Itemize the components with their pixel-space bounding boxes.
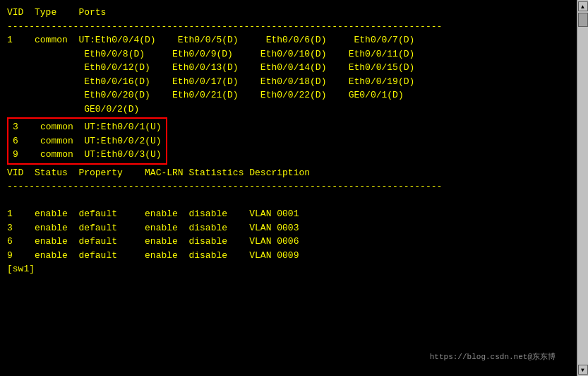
vlan1-row: 1 common UT:Eth0/0/4(D) Eth0/0/5(D) Eth0… (7, 35, 414, 45)
vlan1-ports5: Eth0/0/20(D) Eth0/0/21(D) Eth0/0/22(D) G… (7, 90, 404, 100)
vlan1-ports3: Eth0/0/12(D) Eth0/0/13(D) Eth0/0/14(D) E… (7, 62, 414, 73)
header-separator: ----------------------------------------… (7, 21, 442, 32)
vlan1-ports6: GE0/0/2(D) (7, 104, 139, 114)
status-row-1: 1 enable default enable disable VLAN 000… (7, 208, 299, 219)
status-row-3: 3 enable default enable disable VLAN 000… (7, 223, 299, 233)
terminal-window: VID Type Ports -------------------------… (0, 0, 577, 376)
header-vid-col: VID Type Ports (7, 7, 106, 18)
terminal-output: VID Type Ports -------------------------… (7, 6, 570, 116)
status-separator: ----------------------------------------… (7, 181, 442, 192)
vertical-scrollbar[interactable]: ▲ ▼ (577, 0, 588, 376)
status-header-cols: VID Status Property MAC-LRN Statistics D… (7, 168, 310, 178)
status-row-6: 6 enable default enable disable VLAN 000… (7, 236, 299, 247)
watermark: https://blog.csdn.net@东东博 (430, 351, 556, 362)
prompt-line: [sw1] (7, 264, 35, 274)
status-section: VID Status Property MAC-LRN Statistics D… (7, 166, 570, 276)
highlighted-vlans-box: 3 common UT:Eth0/0/1(U) 6 common UT:Eth0… (7, 117, 167, 165)
vlan1-ports2: Eth0/0/8(D) Eth0/0/9(D) Eth0/0/10(D) Eth… (7, 49, 414, 59)
vlan1-ports4: Eth0/0/16(D) Eth0/0/17(D) Eth0/0/18(D) E… (7, 76, 414, 87)
scroll-thumb[interactable] (578, 13, 588, 27)
highlighted-vlan9: 9 common UT:Eth0/0/3(U) (13, 148, 162, 162)
highlighted-vlan6: 6 common UT:Eth0/0/2(U) (13, 134, 162, 148)
scroll-down-arrow[interactable]: ▼ (578, 365, 588, 375)
status-row-9: 9 enable default enable disable VLAN 000… (7, 250, 299, 261)
scroll-up-arrow[interactable]: ▲ (578, 1, 588, 11)
highlighted-vlan3: 3 common UT:Eth0/0/1(U) (13, 120, 162, 134)
status-row-blank (7, 195, 13, 206)
